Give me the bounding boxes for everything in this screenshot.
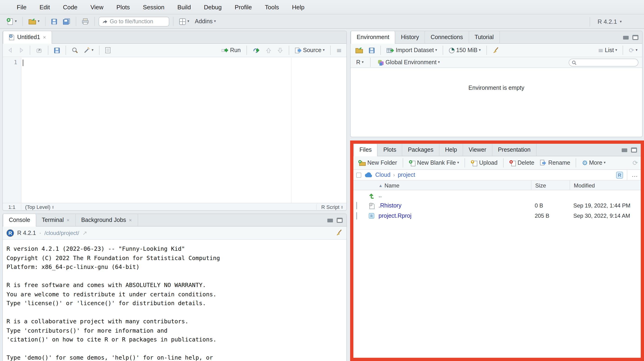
environment-search[interactable] [569, 59, 638, 67]
open-file-button[interactable]: ▾ [26, 17, 42, 26]
load-workspace-button[interactable] [354, 46, 365, 55]
next-section-button[interactable] [275, 46, 285, 54]
more-columns-button[interactable]: ... [627, 170, 638, 180]
refresh-environment-button[interactable]: ⟳ ▾ [627, 46, 640, 55]
menu-view[interactable]: View [84, 0, 110, 14]
maximize-pane-icon[interactable] [632, 35, 638, 40]
new-file-button[interactable]: ▾ [5, 17, 18, 26]
menu-help[interactable]: Help [286, 0, 311, 14]
file-type-selector[interactable]: R Script ▴▾ [316, 204, 346, 210]
menu-file[interactable]: File [10, 0, 33, 14]
tab-presentation[interactable]: Presentation [492, 144, 536, 156]
minimize-pane-icon[interactable] [327, 220, 333, 222]
source-button[interactable]: Source ▾ [293, 46, 326, 55]
document-outline-button[interactable]: ≡ [334, 46, 344, 55]
memory-usage-button[interactable]: 150 MiB ▾ [447, 46, 483, 55]
new-folder-label: New Folder [367, 160, 397, 166]
back-button[interactable] [6, 47, 15, 54]
file-link[interactable]: .Rhistory [378, 202, 402, 209]
tab-viewer[interactable]: Viewer [463, 144, 492, 156]
menu-profile[interactable]: Profile [228, 0, 258, 14]
find-button[interactable] [70, 46, 80, 55]
new-blank-file-button[interactable]: New Blank File ▾ [407, 158, 461, 167]
new-folder-button[interactable]: New Folder [356, 159, 399, 167]
code-tools-button[interactable]: ▾ [82, 46, 95, 55]
menu-edit[interactable]: Edit [33, 0, 56, 14]
rerun-button[interactable] [250, 47, 262, 54]
code-area[interactable] [22, 58, 346, 203]
tab-connections[interactable]: Connections [425, 31, 469, 43]
rename-button[interactable]: Rename [538, 159, 572, 167]
tab-help[interactable]: Help [440, 144, 463, 156]
scope-selector[interactable]: (Top Level) ▴▾ [22, 204, 58, 210]
save-all-button[interactable] [61, 17, 72, 26]
minimize-pane-icon[interactable] [623, 37, 629, 39]
save-button[interactable] [49, 18, 59, 25]
file-checkbox[interactable] [356, 212, 357, 220]
code-editor[interactable]: 1 [3, 58, 346, 203]
global-environment-selector[interactable]: Global Environment ▾ [375, 58, 442, 67]
file-row-rproj[interactable]: R project.Rproj 205 B Sep 30, 2022, 9:14… [354, 211, 641, 221]
maximize-pane-icon[interactable] [337, 218, 343, 223]
close-icon[interactable]: × [66, 217, 70, 223]
tab-console[interactable]: Console [3, 214, 36, 227]
tab-history[interactable]: History [395, 31, 425, 43]
more-button[interactable]: ⚙ More ▾ [580, 159, 608, 167]
goto-file-input[interactable] [110, 18, 161, 25]
caret-down-icon: ▾ [620, 20, 622, 24]
menu-session[interactable]: Session [136, 0, 171, 14]
print-button[interactable] [80, 17, 91, 26]
addins-button[interactable]: Addins ▾ [193, 17, 218, 26]
language-selector[interactable]: R ▾ [354, 58, 366, 67]
file-checkbox[interactable] [356, 202, 357, 209]
save-workspace-button[interactable] [367, 46, 377, 54]
tab-terminal[interactable]: Terminal× [36, 214, 76, 226]
refresh-icon[interactable]: ⟳ [632, 160, 638, 166]
rproj-badge-icon[interactable]: R [616, 171, 623, 178]
maximize-pane-icon[interactable] [631, 147, 637, 153]
tab-background-jobs[interactable]: Background Jobs× [76, 214, 138, 226]
close-icon[interactable]: × [43, 35, 46, 40]
goto-file-search[interactable] [98, 17, 169, 26]
close-icon[interactable]: × [129, 217, 132, 223]
menu-debug[interactable]: Debug [198, 0, 228, 14]
tab-untitled1[interactable]: R Untitled1 × [3, 31, 52, 44]
breadcrumb-current[interactable]: project [398, 172, 415, 178]
column-header-size[interactable]: Size [531, 181, 570, 190]
clear-console-icon[interactable] [336, 229, 343, 236]
environment-search-input[interactable] [578, 60, 642, 65]
file-link[interactable]: project.Rproj [378, 213, 412, 219]
popout-button[interactable] [34, 46, 44, 54]
import-dataset-button[interactable]: Import Dataset ▾ [384, 46, 439, 55]
file-row-rhistory[interactable]: .Rhistory 0 B Sep 19, 2022, 1:44 PM [354, 200, 641, 211]
menu-code[interactable]: Code [56, 0, 84, 14]
tab-environment[interactable]: Environment [350, 31, 395, 44]
select-all-checkbox[interactable] [356, 172, 361, 177]
tab-tutorial[interactable]: Tutorial [469, 31, 500, 43]
save-source-button[interactable] [52, 46, 62, 54]
clear-workspace-button[interactable] [490, 46, 501, 55]
delete-button[interactable]: Delete [507, 158, 536, 167]
menu-plots[interactable]: Plots [110, 0, 136, 14]
compile-report-button[interactable] [103, 46, 112, 55]
pane-layout-button[interactable]: ▾ [177, 17, 191, 26]
run-button[interactable]: Run [219, 46, 242, 55]
list-view-button[interactable]: ≡ List ▾ [596, 46, 619, 55]
tab-packages[interactable]: Packages [402, 144, 440, 156]
file-link[interactable]: .. [378, 192, 382, 199]
open-directory-icon[interactable]: ↗ [82, 230, 87, 236]
console-output[interactable]: R version 4.2.1 (2022-06-23) -- "Funny-L… [3, 240, 346, 361]
tab-plots[interactable]: Plots [378, 144, 402, 156]
minimize-pane-icon[interactable] [622, 150, 627, 152]
breadcrumb-root[interactable]: Cloud [375, 172, 390, 178]
prev-section-button[interactable] [264, 46, 273, 54]
column-header-name[interactable]: ▲ Name [377, 181, 531, 190]
forward-button[interactable] [17, 47, 26, 54]
menu-tools[interactable]: Tools [258, 0, 286, 14]
tab-files[interactable]: Files [354, 144, 378, 156]
r-version-selector[interactable]: R 4.2.1 ▾ [590, 15, 622, 29]
column-header-modified[interactable]: Modified [570, 181, 641, 190]
upload-button[interactable]: Upload [469, 158, 500, 167]
menu-build[interactable]: Build [171, 0, 198, 14]
file-row-parent[interactable]: .. [354, 190, 641, 200]
